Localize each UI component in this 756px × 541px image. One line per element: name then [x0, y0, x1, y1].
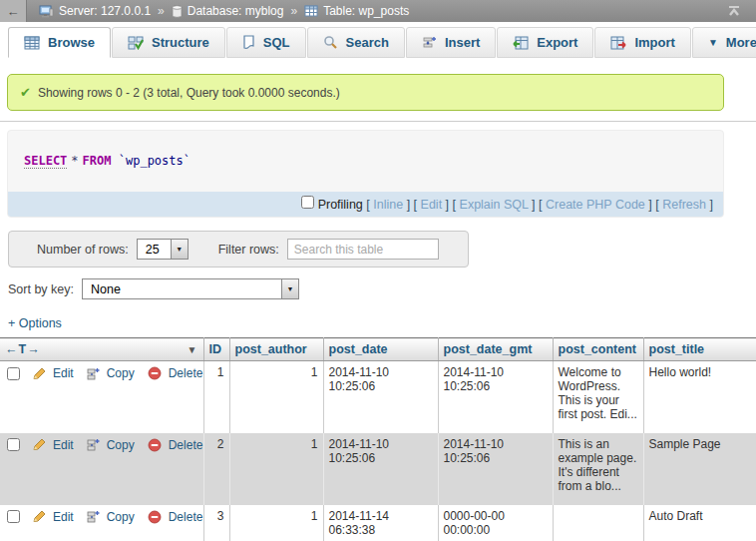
sql-query-text: SELECT*FROM `wp_posts` [8, 131, 723, 192]
breadcrumb-table[interactable]: Table: wp_posts [323, 4, 409, 18]
number-of-rows-value: 25 [138, 240, 168, 259]
tab-insert[interactable]: Insert [406, 27, 496, 58]
copy-row-link[interactable]: Copy [107, 510, 135, 524]
tab-more-label: More [726, 35, 756, 50]
chevron-down-icon: ▼ [171, 240, 188, 259]
server-icon [39, 5, 54, 18]
bracket: [ [453, 198, 456, 212]
tab-more[interactable]: ▼ More [692, 27, 756, 58]
cell-post-author: 1 [229, 433, 323, 505]
table-row: Edit Copy Delete 2 1 2014-11-10 10:25:06… [0, 433, 756, 505]
copy-row-link[interactable]: Copy [107, 438, 135, 452]
header-corner-cell: ←T→ ▼ [0, 338, 203, 361]
delete-row-link[interactable]: Delete [169, 438, 203, 452]
cell-id: 1 [203, 361, 229, 433]
delete-icon [148, 366, 162, 380]
cell-post-date-gmt: 2014-11-10 10:25:06 [438, 433, 553, 505]
filter-rows-input[interactable] [287, 239, 439, 260]
table-row: Edit Copy Delete 3 1 2014-11-14 06:33:38… [0, 505, 756, 541]
tab-export-label: Export [537, 35, 577, 50]
bracket: ] [532, 198, 535, 212]
section-divider [0, 121, 756, 122]
cell-post-date-gmt: 2014-11-10 10:25:06 [438, 361, 553, 433]
bracket: [ [655, 198, 658, 212]
cell-post-title: Sample Page [643, 433, 756, 505]
breadcrumb-database[interactable]: Database: myblog [188, 4, 284, 18]
cell-post-date-gmt: 0000-00-00 00:00:00 [438, 505, 553, 541]
copy-row-link[interactable]: Copy [107, 366, 135, 380]
status-message: ✔ Showing rows 0 - 2 (3 total, Query too… [7, 74, 724, 111]
tab-search-label: Search [346, 35, 389, 50]
results-table: ←T→ ▼ ID post_author post_date post_date… [0, 337, 756, 541]
tab-export[interactable]: Export [497, 27, 593, 58]
column-header-post-title[interactable]: post_title [643, 338, 756, 361]
pencil-icon [32, 367, 46, 380]
profiling-checkbox[interactable] [301, 196, 314, 209]
delete-row-link[interactable]: Delete [169, 366, 203, 380]
transpose-icon[interactable]: ←T→ [5, 342, 41, 356]
column-header-id[interactable]: ID [203, 338, 229, 361]
breadcrumb-separator: » [158, 4, 165, 18]
pencil-icon [32, 438, 46, 451]
tab-structure[interactable]: Structure [112, 27, 225, 58]
create-php-code-link[interactable]: Create PHP Code [546, 198, 645, 212]
breadcrumb-server[interactable]: Server: 127.0.0.1 [59, 4, 151, 18]
bracket: ] [407, 198, 410, 212]
number-of-rows-select[interactable]: 25 ▼ [137, 239, 189, 260]
options-toggle-link[interactable]: + Options [8, 316, 62, 330]
collapse-navigation-icon[interactable] [726, 5, 742, 17]
edit-row-link[interactable]: Edit [53, 510, 74, 524]
bracket: [ [366, 198, 369, 212]
copy-icon [87, 367, 100, 380]
column-header-post-author[interactable]: post_author [229, 338, 323, 361]
sql-keyword-select[interactable]: SELECT [24, 154, 67, 169]
sql-star: * [71, 154, 78, 168]
refresh-link[interactable]: Refresh [662, 198, 706, 212]
sql-query-panel: SELECT*FROM `wp_posts` Profiling [ Inlin… [7, 130, 724, 218]
column-header-post-date-gmt[interactable]: post_date_gmt [438, 338, 553, 361]
delete-row-link[interactable]: Delete [169, 510, 203, 524]
delete-icon [148, 510, 162, 524]
row-checkbox[interactable] [7, 438, 20, 451]
export-icon [513, 36, 529, 50]
database-icon [172, 5, 183, 18]
sql-keyword-from: FROM [83, 154, 112, 168]
column-header-post-content[interactable]: post_content [553, 338, 643, 361]
explain-sql-link[interactable]: Explain SQL [460, 198, 529, 212]
profiling-label[interactable]: Profiling [318, 198, 363, 212]
column-header-post-date[interactable]: post_date [323, 338, 438, 361]
delete-icon [148, 438, 162, 452]
bracket: [ [414, 198, 417, 212]
tab-browse-label: Browse [48, 35, 95, 50]
sort-descending-icon[interactable]: ▼ [188, 344, 198, 355]
table-row: Edit Copy Delete 1 1 2014-11-10 10:25:06… [0, 361, 756, 433]
cell-post-content: This is an example page. It's different … [553, 433, 643, 505]
cell-post-author: 1 [229, 505, 323, 541]
tab-search[interactable]: Search [307, 27, 405, 58]
rows-control-panel: Number of rows: 25 ▼ Filter rows: [8, 231, 469, 268]
tab-browse[interactable]: Browse [8, 27, 111, 58]
cell-post-date: 2014-11-10 10:25:06 [323, 433, 438, 505]
breadcrumb: Server: 127.0.0.1 » Database: myblog » T… [39, 4, 726, 18]
edit-row-link[interactable]: Edit [53, 366, 74, 380]
insert-icon [422, 36, 437, 50]
inline-link[interactable]: Inline [373, 198, 403, 212]
status-message-text: Showing rows 0 - 2 (3 total, Query took … [38, 86, 340, 100]
back-button[interactable]: ← [0, 0, 27, 22]
table-icon [304, 5, 318, 17]
sql-table-ref: `wp_posts` [119, 154, 190, 168]
bracket: ] [446, 198, 449, 212]
tab-insert-label: Insert [445, 35, 480, 50]
edit-row-link[interactable]: Edit [53, 438, 74, 452]
cell-post-content [553, 505, 643, 541]
browse-icon [24, 36, 40, 50]
edit-query-link[interactable]: Edit [421, 198, 443, 212]
tab-import[interactable]: Import [594, 27, 690, 58]
tab-sql[interactable]: SQL [226, 27, 306, 58]
tab-bar: Browse Structure SQL Search Insert Expor… [0, 22, 756, 58]
query-actions-bar: Profiling [ Inline ] [ Edit ] [ Explain … [8, 192, 723, 217]
sort-by-key-select[interactable]: None ▼ [82, 278, 299, 299]
structure-icon [128, 36, 144, 50]
row-checkbox[interactable] [7, 510, 20, 523]
row-checkbox[interactable] [7, 367, 20, 380]
